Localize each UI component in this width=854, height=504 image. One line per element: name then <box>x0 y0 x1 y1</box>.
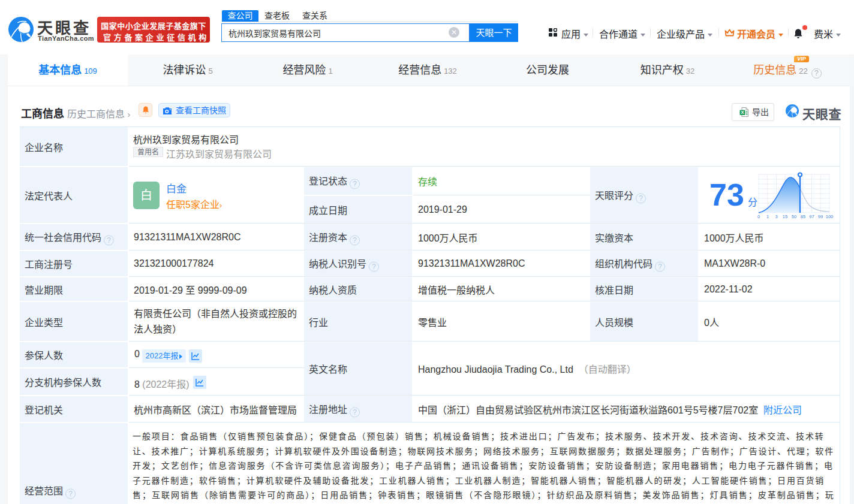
svg-text:97: 97 <box>809 214 814 218</box>
svg-text:85: 85 <box>801 214 805 218</box>
svg-text:99: 99 <box>818 214 823 218</box>
svg-text:X: X <box>741 110 744 115</box>
svg-text:3: 3 <box>775 214 777 218</box>
svg-text:15: 15 <box>783 214 787 218</box>
svg-text:1: 1 <box>766 214 769 218</box>
svg-text:50: 50 <box>792 214 796 218</box>
svg-text:100: 100 <box>826 214 834 218</box>
svg-text:0: 0 <box>757 214 760 218</box>
